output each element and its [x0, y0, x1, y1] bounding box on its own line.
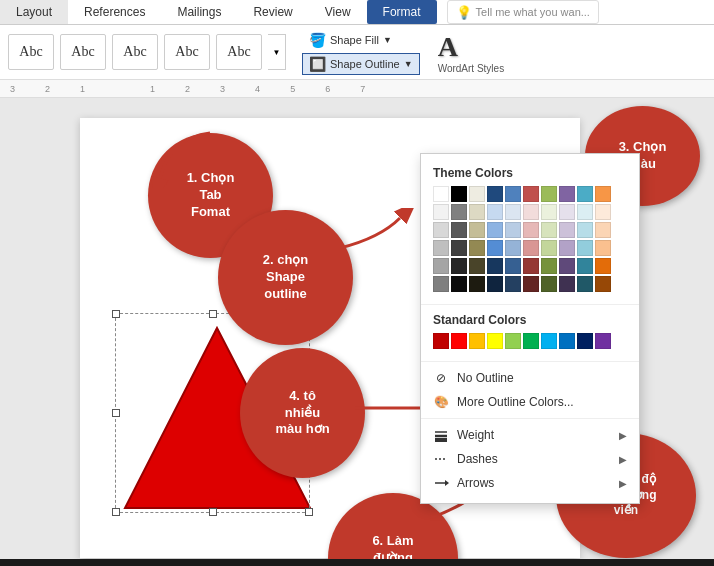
color-cell[interactable]: [541, 186, 557, 202]
color-cell[interactable]: [541, 240, 557, 256]
color-cell[interactable]: [595, 222, 611, 238]
color-cell[interactable]: [487, 258, 503, 274]
color-cell[interactable]: [451, 186, 467, 202]
tab-format[interactable]: Format: [367, 0, 437, 24]
color-cell[interactable]: [505, 240, 521, 256]
color-cell[interactable]: [451, 276, 467, 292]
fill-dropdown-arrow[interactable]: ▼: [383, 35, 392, 45]
shape-fill-button[interactable]: 🪣 Shape Fill ▼: [302, 29, 420, 51]
more-colors-item[interactable]: 🎨 More Outline Colors...: [421, 390, 639, 414]
color-cell[interactable]: [433, 333, 449, 349]
color-cell[interactable]: [595, 333, 611, 349]
tab-mailings[interactable]: Mailings: [161, 0, 237, 24]
color-cell[interactable]: [505, 276, 521, 292]
color-cell[interactable]: [523, 186, 539, 202]
tab-view[interactable]: View: [309, 0, 367, 24]
color-cell[interactable]: [559, 240, 575, 256]
color-cell[interactable]: [451, 258, 467, 274]
color-cell[interactable]: [559, 258, 575, 274]
handle-br[interactable]: [305, 508, 313, 516]
color-cell[interactable]: [433, 258, 449, 274]
tab-references[interactable]: References: [68, 0, 161, 24]
color-cell[interactable]: [433, 240, 449, 256]
color-cell[interactable]: [595, 276, 611, 292]
wordart-a[interactable]: A: [438, 31, 505, 63]
color-cell[interactable]: [433, 186, 449, 202]
dashes-arrow: ▶: [619, 454, 627, 465]
handle-tl[interactable]: [112, 310, 120, 318]
dashes-item[interactable]: Dashes ▶: [421, 447, 639, 471]
color-cell[interactable]: [451, 222, 467, 238]
weight-item[interactable]: Weight ▶: [421, 423, 639, 447]
color-cell[interactable]: [577, 204, 593, 220]
color-cell[interactable]: [487, 240, 503, 256]
handle-bl[interactable]: [112, 508, 120, 516]
color-cell[interactable]: [559, 222, 575, 238]
no-outline-item[interactable]: ⊘ No Outline: [421, 366, 639, 390]
color-cell[interactable]: [505, 204, 521, 220]
color-cell[interactable]: [469, 222, 485, 238]
color-cell[interactable]: [577, 240, 593, 256]
color-cell[interactable]: [451, 333, 467, 349]
color-cell[interactable]: [541, 222, 557, 238]
shape-outline-button[interactable]: 🔲 Shape Outline ▼: [302, 53, 420, 75]
color-cell[interactable]: [577, 333, 593, 349]
shape-style-3[interactable]: Abc: [112, 34, 158, 70]
color-cell[interactable]: [559, 186, 575, 202]
shape-style-dropdown[interactable]: ▼: [268, 34, 286, 70]
color-cell[interactable]: [559, 333, 575, 349]
color-cell[interactable]: [523, 333, 539, 349]
color-cell[interactable]: [451, 240, 467, 256]
color-cell[interactable]: [577, 186, 593, 202]
color-cell[interactable]: [541, 258, 557, 274]
color-cell[interactable]: [487, 204, 503, 220]
color-cell[interactable]: [487, 222, 503, 238]
tell-me-bar[interactable]: 💡 Tell me what you wan...: [447, 0, 599, 24]
shape-style-4[interactable]: Abc: [164, 34, 210, 70]
color-cell[interactable]: [469, 258, 485, 274]
color-cell[interactable]: [505, 222, 521, 238]
color-cell[interactable]: [595, 204, 611, 220]
color-cell[interactable]: [595, 258, 611, 274]
handle-ml[interactable]: [112, 409, 120, 417]
shape-style-5[interactable]: Abc: [216, 34, 262, 70]
color-cell[interactable]: [469, 204, 485, 220]
color-cell[interactable]: [523, 240, 539, 256]
color-cell[interactable]: [469, 276, 485, 292]
color-cell[interactable]: [577, 222, 593, 238]
color-cell[interactable]: [541, 333, 557, 349]
color-cell[interactable]: [505, 186, 521, 202]
color-cell[interactable]: [487, 333, 503, 349]
tab-review[interactable]: Review: [237, 0, 308, 24]
color-cell[interactable]: [433, 276, 449, 292]
color-cell[interactable]: [523, 276, 539, 292]
color-cell[interactable]: [505, 258, 521, 274]
tab-layout[interactable]: Layout: [0, 0, 68, 24]
color-cell[interactable]: [559, 276, 575, 292]
color-cell[interactable]: [487, 186, 503, 202]
color-cell[interactable]: [541, 276, 557, 292]
color-cell[interactable]: [541, 204, 557, 220]
color-cell[interactable]: [469, 333, 485, 349]
color-cell[interactable]: [559, 204, 575, 220]
handle-bm[interactable]: [209, 508, 217, 516]
shape-style-1[interactable]: Abc: [8, 34, 54, 70]
outline-dropdown-arrow[interactable]: ▼: [404, 59, 413, 69]
color-cell[interactable]: [487, 276, 503, 292]
color-cell[interactable]: [433, 204, 449, 220]
color-cell[interactable]: [469, 186, 485, 202]
color-cell[interactable]: [469, 240, 485, 256]
color-cell[interactable]: [505, 333, 521, 349]
color-cell[interactable]: [523, 222, 539, 238]
color-cell[interactable]: [433, 222, 449, 238]
color-cell[interactable]: [451, 204, 467, 220]
shape-style-2[interactable]: Abc: [60, 34, 106, 70]
color-cell[interactable]: [595, 186, 611, 202]
color-cell[interactable]: [577, 258, 593, 274]
arrows-item[interactable]: Arrows ▶: [421, 471, 639, 495]
color-cell[interactable]: [523, 204, 539, 220]
handle-tm[interactable]: [209, 310, 217, 318]
color-cell[interactable]: [523, 258, 539, 274]
color-cell[interactable]: [595, 240, 611, 256]
color-cell[interactable]: [577, 276, 593, 292]
